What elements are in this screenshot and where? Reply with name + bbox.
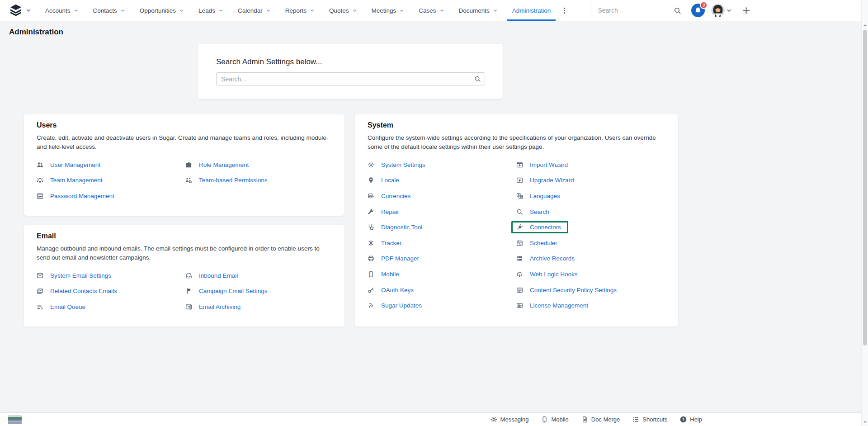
nav-item-label: Reports xyxy=(285,7,307,14)
admin-link-label: Web Logic Hooks xyxy=(530,271,578,278)
primary-nav: AccountsContactsOpportunitiesLeadsCalend… xyxy=(38,0,558,21)
admin-link-label: Upgrade Wizard xyxy=(530,177,574,184)
admin-search-panel: Search Admin Settings below... xyxy=(198,44,503,99)
nav-item-reports[interactable]: Reports xyxy=(280,0,320,21)
global-search-input[interactable] xyxy=(598,7,674,14)
panel-title: System xyxy=(368,121,665,129)
link-cell: Repair xyxy=(368,204,516,220)
admin-link-email-queue[interactable]: Email Queue xyxy=(37,303,85,310)
admin-link-locale[interactable]: Locale xyxy=(368,177,399,184)
top-nav: AccountsContactsOpportunitiesLeadsCalend… xyxy=(0,0,861,21)
link-cell: Team Management xyxy=(37,173,185,189)
scrollbar-down-button[interactable] xyxy=(862,419,868,426)
email-settings-icon xyxy=(37,272,43,279)
admin-link-team-management[interactable]: Team Management xyxy=(37,177,103,184)
footer-item-doc-merge[interactable]: Doc Merge xyxy=(581,416,620,423)
link-cell: Upgrade Wizard xyxy=(516,173,665,189)
nav-overflow-kebab-icon[interactable] xyxy=(561,7,568,14)
svg-text:?: ? xyxy=(682,417,684,422)
admin-link-system-settings[interactable]: System Settings xyxy=(368,161,425,168)
admin-link-team-based-permissions[interactable]: Team-based Permissions xyxy=(185,177,268,184)
link-cell: OAuth Keys xyxy=(368,282,516,298)
link-cell: System Settings xyxy=(368,157,516,173)
admin-link-password-management[interactable]: Password Management xyxy=(37,193,114,199)
footer-item-mobile[interactable]: Mobile xyxy=(541,416,568,423)
link-cell: Search xyxy=(516,204,665,220)
nav-item-administration[interactable]: Administration xyxy=(507,0,556,21)
nav-item-calendar[interactable]: Calendar xyxy=(233,0,276,21)
admin-link-diagnostic-tool[interactable]: Diagnostic Tool xyxy=(368,224,422,231)
search-icon[interactable] xyxy=(474,76,481,82)
gear-icon xyxy=(491,416,497,423)
footer-item-shortcuts[interactable]: Shortcuts xyxy=(632,416,667,423)
nav-item-contacts[interactable]: Contacts xyxy=(88,0,130,21)
nav-item-documents[interactable]: Documents xyxy=(454,0,503,21)
admin-link-email-archiving[interactable]: Email Archiving xyxy=(185,303,241,310)
nav-item-meetings[interactable]: Meetings xyxy=(367,0,410,21)
admin-link-upgrade-wizard[interactable]: Upgrade Wizard xyxy=(516,177,574,184)
admin-link-label: Diagnostic Tool xyxy=(381,224,422,231)
admin-link-mobile[interactable]: Mobile xyxy=(368,271,399,278)
admin-link-label: Password Management xyxy=(50,193,114,199)
admin-link-role-management[interactable]: Role Management xyxy=(185,161,249,168)
diagnostic-icon xyxy=(368,224,374,231)
nav-item-leads[interactable]: Leads xyxy=(193,0,228,21)
admin-link-web-logic-hooks[interactable]: Web Logic Hooks xyxy=(516,271,578,278)
link-cell: Connectors xyxy=(516,219,665,235)
admin-link-label: Content Security Policy Settings xyxy=(530,287,617,293)
admin-link-label: Scheduler xyxy=(530,240,557,246)
admin-link-content-security-policy-settings[interactable]: Content Security Policy Settings xyxy=(516,287,617,293)
admin-link-currencies[interactable]: Currencies xyxy=(368,193,410,199)
admin-link-pdf-manager[interactable]: PDF Manager xyxy=(368,255,419,262)
admin-link-license-management[interactable]: License Management xyxy=(516,302,588,309)
admin-link-label: Campaign Email Settings xyxy=(199,288,268,294)
admin-link-label: Inbound Email xyxy=(199,272,238,279)
admin-link-label: Mobile xyxy=(381,271,399,278)
search-icon[interactable] xyxy=(674,7,681,14)
footer-item-messaging[interactable]: Messaging xyxy=(491,416,529,423)
footer-bar: MessagingMobileDoc MergeShortcuts?Help xyxy=(0,412,861,426)
admin-link-campaign-email-settings[interactable]: Campaign Email Settings xyxy=(185,288,268,294)
admin-link-label: Languages xyxy=(530,193,560,199)
nav-item-label: Leads xyxy=(198,7,215,14)
user-menu[interactable] xyxy=(711,4,732,17)
admin-link-related-contacts-emails[interactable]: Related Contacts Emails xyxy=(37,288,117,294)
admin-link-scheduler[interactable]: Scheduler xyxy=(516,240,557,246)
nav-item-quotes[interactable]: Quotes xyxy=(324,0,362,21)
team-icon xyxy=(37,177,43,184)
admin-link-tracker[interactable]: Tracker xyxy=(368,240,401,246)
vertical-scrollbar[interactable] xyxy=(861,0,868,426)
admin-link-user-management[interactable]: User Management xyxy=(37,161,100,168)
nav-item-opportunities[interactable]: Opportunities xyxy=(135,0,189,21)
nav-item-accounts[interactable]: Accounts xyxy=(40,0,84,21)
admin-link-repair[interactable]: Repair xyxy=(368,208,399,215)
csp-icon xyxy=(516,287,523,293)
nav-item-cases[interactable]: Cases xyxy=(414,0,449,21)
admin-link-connectors[interactable]: Connectors xyxy=(511,221,568,233)
footer-item-help[interactable]: ?Help xyxy=(680,416,702,423)
panel-links: System Email SettingsInbound EmailRelate… xyxy=(37,268,332,315)
admin-link-inbound-email[interactable]: Inbound Email xyxy=(185,272,238,279)
link-cell: Team-based Permissions xyxy=(185,173,332,189)
app-menu-toggle[interactable] xyxy=(9,4,32,17)
admin-link-label: Role Management xyxy=(199,161,249,168)
admin-link-sugar-updates[interactable]: Sugar Updates xyxy=(368,302,422,309)
notifications-button[interactable]: 2 xyxy=(691,4,705,17)
link-cell: Password Management xyxy=(37,188,185,204)
admin-link-import-wizard[interactable]: Import Wizard xyxy=(516,161,568,168)
scrollbar-thumb[interactable] xyxy=(863,30,867,346)
chevron-down-icon xyxy=(179,8,184,13)
nav-item-label: Quotes xyxy=(329,7,349,14)
email-archive-icon xyxy=(185,303,192,310)
admin-search-input[interactable] xyxy=(216,72,485,85)
quick-create-plus-icon[interactable] xyxy=(742,6,750,15)
admin-link-oauth-keys[interactable]: OAuth Keys xyxy=(368,287,414,293)
panel-description: Create, edit, activate and deactivate us… xyxy=(37,133,332,151)
panel-users: Users Create, edit, activate and deactiv… xyxy=(24,114,344,216)
admin-link-languages[interactable]: Languages xyxy=(516,193,560,199)
scrollbar-up-button[interactable] xyxy=(862,22,868,28)
admin-search-heading: Search Admin Settings below... xyxy=(216,57,503,66)
admin-link-system-email-settings[interactable]: System Email Settings xyxy=(37,272,111,279)
admin-link-archive-records[interactable]: Archive Records xyxy=(516,255,575,262)
admin-link-search[interactable]: Search xyxy=(516,208,549,215)
